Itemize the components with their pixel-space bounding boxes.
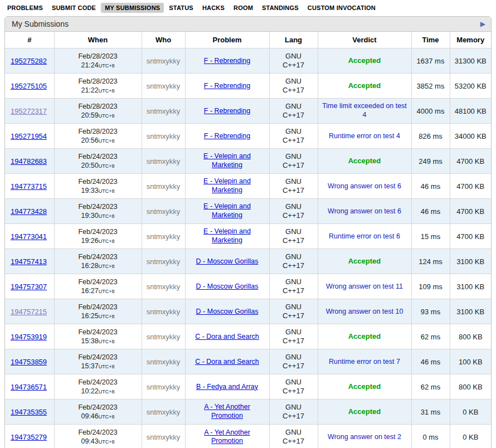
verdict-text[interactable]: Runtime error on test 7 bbox=[329, 358, 400, 367]
submission-author[interactable]: sntmxykky bbox=[147, 107, 181, 115]
submission-id-link[interactable]: 194773428 bbox=[11, 207, 47, 216]
verdict-text[interactable]: Accepted bbox=[348, 382, 381, 391]
submission-when-cell: Feb/24/2023 09:43UTC+8 bbox=[54, 425, 142, 448]
verdict-text[interactable]: Wrong answer on test 2 bbox=[328, 433, 401, 442]
submission-timezone: UTC+8 bbox=[99, 238, 115, 244]
submission-id-link[interactable]: 194773041 bbox=[11, 232, 47, 241]
submission-author[interactable]: sntmxykky bbox=[147, 433, 181, 441]
verdict-text[interactable]: Wrong answer on test 10 bbox=[326, 308, 403, 316]
problem-link[interactable]: D - Moscow Gorillas bbox=[196, 257, 259, 266]
submission-timezone: UTC+8 bbox=[99, 364, 115, 369]
nav-my-submissions[interactable]: MY SUBMISSIONS bbox=[101, 3, 164, 13]
submission-id-link[interactable]: 194736571 bbox=[11, 383, 47, 391]
submission-date: Feb/28/2023 bbox=[57, 52, 139, 61]
verdict-text[interactable]: Time limit exceeded on test 4 bbox=[320, 102, 409, 119]
submission-author[interactable]: sntmxykky bbox=[147, 182, 181, 191]
submission-timezone: UTC+8 bbox=[99, 414, 115, 420]
submission-id-link[interactable]: 194753919 bbox=[11, 333, 47, 341]
problem-link[interactable]: A - Yet Another Promotion bbox=[188, 403, 267, 420]
submission-author[interactable]: sntmxykky bbox=[147, 308, 181, 316]
problem-link[interactable]: D - Moscow Gorillas bbox=[196, 308, 259, 316]
submission-id-link[interactable]: 195275105 bbox=[11, 82, 47, 90]
problem-link[interactable]: F - Rebrending bbox=[204, 57, 250, 66]
submission-author[interactable]: sntmxykky bbox=[147, 257, 181, 266]
problem-link[interactable]: E - Velepin and Marketing bbox=[188, 227, 267, 245]
submission-author[interactable]: sntmxykky bbox=[147, 157, 181, 165]
submission-author[interactable]: sntmxykky bbox=[147, 358, 181, 366]
submission-when-cell: Feb/28/2023 20:59UTC+8 bbox=[54, 99, 142, 124]
panel-title: My Submissions bbox=[12, 20, 69, 28]
problem-link[interactable]: F - Rebrending bbox=[204, 82, 250, 91]
submission-date: Feb/24/2023 bbox=[57, 152, 139, 161]
nav-standings[interactable]: STANDINGS bbox=[258, 3, 303, 13]
submission-id-link[interactable]: 194773715 bbox=[11, 182, 47, 191]
verdict-text[interactable]: Wrong answer on test 6 bbox=[328, 182, 401, 191]
submission-author[interactable]: sntmxykky bbox=[147, 283, 181, 291]
submission-date: Feb/24/2023 bbox=[57, 303, 139, 311]
time-consumed: 249 ms bbox=[411, 149, 450, 174]
memory-consumed: 3100 KB bbox=[450, 249, 491, 274]
problem-link[interactable]: E - Velepin and Marketing bbox=[188, 177, 267, 194]
verdict-text[interactable]: Accepted bbox=[348, 81, 381, 90]
verdict-text[interactable]: Runtime error on test 6 bbox=[329, 232, 400, 241]
submission-clock: 10:22 bbox=[81, 387, 98, 395]
submission-lang: GNU C++17 bbox=[280, 152, 308, 171]
nav-problems[interactable]: PROBLEMS bbox=[3, 3, 47, 13]
submission-author[interactable]: sntmxykky bbox=[147, 132, 181, 140]
submission-author[interactable]: sntmxykky bbox=[147, 82, 181, 90]
nav-room[interactable]: ROOM bbox=[230, 3, 257, 13]
problem-link[interactable]: F - Rebrending bbox=[204, 107, 250, 116]
verdict-text[interactable]: Accepted bbox=[348, 157, 381, 165]
submission-id-link[interactable]: 194753859 bbox=[11, 358, 47, 366]
submission-author[interactable]: sntmxykky bbox=[147, 232, 181, 241]
table-row: 194735355 Feb/24/2023 09:46UTC+8 sntmxyk… bbox=[5, 400, 491, 425]
nav-hacks[interactable]: HACKS bbox=[198, 3, 228, 13]
submission-id-link[interactable]: 195271954 bbox=[11, 132, 47, 140]
submission-when-cell: Feb/24/2023 19:26UTC+8 bbox=[54, 224, 142, 249]
submission-when-cell: Feb/24/2023 15:38UTC+8 bbox=[54, 324, 142, 349]
submission-author[interactable]: sntmxykky bbox=[147, 408, 181, 416]
problem-link[interactable]: D - Moscow Gorillas bbox=[196, 283, 259, 291]
problem-link[interactable]: E - Velepin and Marketing bbox=[188, 152, 267, 169]
submission-id-link[interactable]: 194757215 bbox=[11, 308, 47, 316]
submission-timezone: UTC+8 bbox=[99, 289, 115, 294]
problem-link[interactable]: A - Yet Another Promotion bbox=[188, 428, 267, 446]
nav-status[interactable]: STATUS bbox=[165, 3, 197, 13]
verdict-text[interactable]: Accepted bbox=[348, 332, 381, 341]
submission-id-link[interactable]: 194735279 bbox=[11, 433, 47, 441]
memory-consumed: 3100 KB bbox=[450, 299, 491, 324]
submission-clock: 16:27 bbox=[81, 287, 98, 295]
problem-link[interactable]: C - Dora and Search bbox=[195, 358, 259, 367]
submission-author[interactable]: sntmxykky bbox=[147, 333, 181, 341]
verdict-text[interactable]: Accepted bbox=[348, 56, 381, 65]
submission-id-link[interactable]: 194757413 bbox=[11, 257, 47, 266]
submission-author[interactable]: sntmxykky bbox=[147, 57, 181, 65]
submission-date: Feb/24/2023 bbox=[57, 353, 139, 362]
problem-link[interactable]: C - Dora and Search bbox=[195, 333, 259, 342]
submission-id-link[interactable]: 195275282 bbox=[11, 57, 47, 65]
submission-id-link[interactable]: 194782683 bbox=[11, 157, 47, 165]
table-row: 194782683 Feb/24/2023 20:50UTC+8 sntmxyk… bbox=[5, 149, 491, 174]
submission-author[interactable]: sntmxykky bbox=[147, 383, 181, 391]
submission-id-link[interactable]: 194735355 bbox=[11, 408, 47, 416]
submission-id-link[interactable]: 195272317 bbox=[11, 107, 47, 115]
verdict-text[interactable]: Wrong answer on test 11 bbox=[326, 283, 403, 291]
my-submissions-panel: My Submissions ▶ # When Who Problem Lang… bbox=[4, 16, 492, 448]
verdict-text[interactable]: Accepted bbox=[348, 407, 381, 416]
problem-link[interactable]: F - Rebrending bbox=[204, 132, 250, 141]
verdict-text[interactable]: Runtime error on test 4 bbox=[329, 132, 400, 141]
submission-author[interactable]: sntmxykky bbox=[147, 207, 181, 216]
problem-link[interactable]: E - Velepin and Marketing bbox=[188, 202, 267, 220]
verdict-text[interactable]: Accepted bbox=[348, 257, 381, 266]
memory-consumed: 800 KB bbox=[450, 324, 491, 349]
problem-link[interactable]: B - Fedya and Array bbox=[196, 383, 258, 392]
time-consumed: 4000 ms bbox=[411, 99, 450, 124]
memory-consumed: 4700 KB bbox=[450, 224, 491, 249]
verdict-text[interactable]: Wrong answer on test 6 bbox=[328, 207, 401, 216]
submission-date: Feb/28/2023 bbox=[57, 102, 139, 111]
nav-custom-invocation[interactable]: CUSTOM INVOCATION bbox=[304, 3, 380, 13]
collapse-arrow-icon[interactable]: ▶ bbox=[480, 21, 485, 27]
nav-submit-code[interactable]: SUBMIT CODE bbox=[48, 3, 100, 13]
submission-id-link[interactable]: 194757307 bbox=[11, 283, 47, 291]
table-row: 194736571 Feb/24/2023 10:22UTC+8 sntmxyk… bbox=[5, 374, 491, 400]
